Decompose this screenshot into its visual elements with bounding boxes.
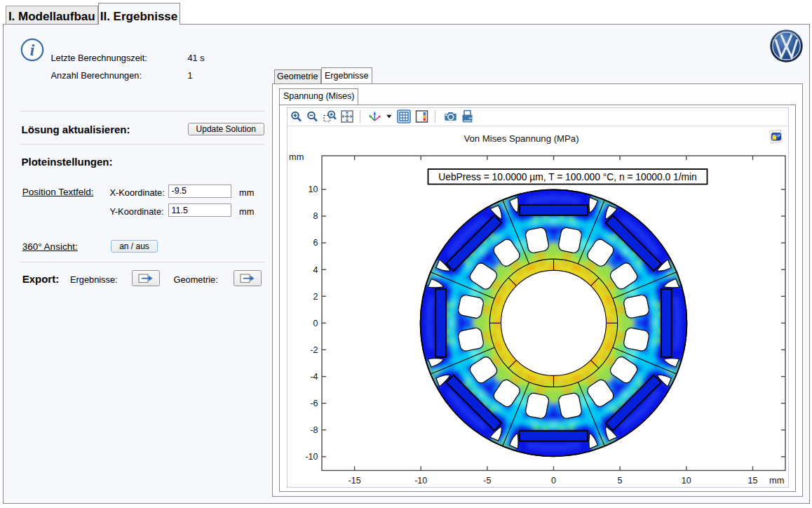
svg-text:0: 0 <box>551 476 556 486</box>
svg-text:8: 8 <box>313 211 318 221</box>
svg-text:-4: -4 <box>310 372 318 382</box>
svg-text:UebPress = 10.0000 µm, T = 100: UebPress = 10.0000 µm, T = 100.000 °C, n… <box>438 172 696 182</box>
svg-text:-6: -6 <box>310 399 318 408</box>
svg-text:-8: -8 <box>310 425 318 435</box>
svg-text:-10: -10 <box>414 476 427 486</box>
svg-text:5: 5 <box>617 476 622 486</box>
svg-text:10: 10 <box>681 476 691 486</box>
svg-text:2: 2 <box>313 292 318 302</box>
svg-text:-10: -10 <box>305 452 318 462</box>
svg-text:i: i <box>30 41 35 59</box>
svg-text:4: 4 <box>313 265 318 275</box>
svg-text:10: 10 <box>308 185 318 194</box>
svg-text:6: 6 <box>313 238 318 248</box>
svg-text:mm: mm <box>769 475 784 486</box>
svg-text:mm: mm <box>289 152 304 162</box>
svg-text:Von Mises Spannung (MPa): Von Mises Spannung (MPa) <box>463 133 578 144</box>
svg-text:15: 15 <box>747 476 757 486</box>
svg-text:-15: -15 <box>348 476 360 486</box>
svg-text:-2: -2 <box>310 345 318 355</box>
svg-text:0: 0 <box>313 319 318 328</box>
svg-text:-5: -5 <box>483 476 491 486</box>
